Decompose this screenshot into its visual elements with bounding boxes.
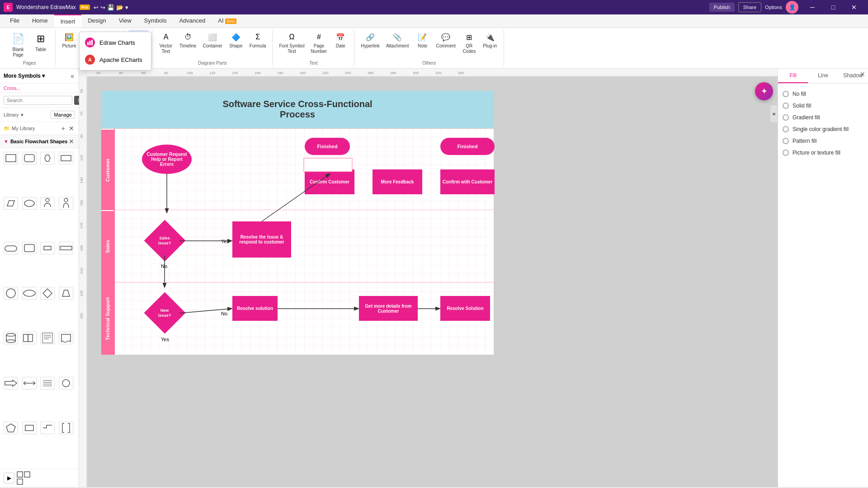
shape-cylinder[interactable] — [4, 332, 18, 344]
shape-process[interactable] — [22, 332, 37, 344]
shape-arrow-right[interactable] — [4, 377, 18, 389]
formula-button[interactable]: Σ Formula — [247, 30, 269, 51]
add-library-button[interactable]: + — [61, 124, 66, 133]
user-avatar[interactable]: 👤 — [786, 1, 798, 14]
shape-trapezoid[interactable] — [59, 287, 73, 300]
shape-hexagon[interactable] — [40, 152, 55, 164]
picture-texture-radio[interactable] — [783, 150, 789, 156]
hyperlink-button[interactable]: 🔗 Hyperlink — [358, 30, 382, 51]
pattern-fill-radio[interactable] — [783, 138, 789, 144]
font-symbol-button[interactable]: Ω Font SymbolText — [276, 30, 307, 56]
confirm-with-customer-shape[interactable]: Confirm with Customer — [440, 169, 495, 194]
gradient-fill-radio[interactable] — [783, 114, 789, 121]
close-section-button[interactable]: ✕ — [68, 137, 75, 146]
manage-button[interactable]: Manage — [51, 111, 75, 119]
new-issue-diamond[interactable]: Newissue? — [144, 292, 186, 334]
plug-in-button[interactable]: 🔌 Plug-in — [480, 30, 500, 51]
redo-button[interactable]: ↪ — [100, 4, 105, 11]
my-library-item[interactable]: 📁 My Library + ✕ — [0, 122, 79, 135]
solid-fill-radio[interactable] — [783, 103, 789, 109]
shape-person-outline[interactable] — [59, 197, 73, 210]
single-gradient-option[interactable]: Single color gradient fill — [783, 123, 863, 135]
publish-button[interactable]: Publish — [709, 3, 735, 12]
single-gradient-radio[interactable] — [783, 126, 789, 132]
tab-home[interactable]: Home — [26, 14, 54, 28]
shape-arrow-double[interactable] — [22, 377, 37, 389]
picture-button[interactable]: 🖼️ Picture — [59, 30, 79, 51]
finished-2-shape[interactable]: Finished — [440, 138, 495, 155]
close-button[interactable]: ✕ — [844, 0, 864, 14]
shape-wide-rect[interactable] — [59, 242, 73, 254]
date-button[interactable]: 📅 Date — [330, 30, 350, 51]
tab-advanced[interactable]: Advanced — [173, 14, 212, 28]
confirm-customer-shape[interactable]: Confirm Customer — [305, 169, 354, 194]
shape-doc[interactable] — [40, 332, 55, 344]
shape-rect-small[interactable] — [22, 422, 37, 434]
qr-codes-button[interactable]: ⊞ QRCodes — [459, 30, 479, 56]
tab-insert[interactable]: Insert — [54, 14, 82, 28]
shape-wavy[interactable] — [59, 332, 73, 344]
ai-floating-button[interactable]: ✦ — [755, 82, 773, 100]
container-button[interactable]: ⬜ Container — [200, 30, 225, 51]
tab-symbols[interactable]: Symbols — [138, 14, 173, 28]
shape-bracket[interactable] — [59, 422, 73, 434]
no-fill-option[interactable]: No fill — [783, 88, 863, 100]
blank-page-button[interactable]: 📄 BlankPage — [7, 30, 29, 60]
shape-circle-small[interactable] — [59, 377, 73, 389]
resolve-solution-2-shape[interactable]: Resolve Solution — [440, 296, 490, 321]
resolve-issue-shape[interactable]: Resolve the Issue & respond to customer — [232, 221, 291, 258]
note-button[interactable]: 📝 Note — [412, 30, 432, 51]
sales-issue-diamond[interactable]: Salesissue? — [144, 220, 186, 262]
table-button[interactable]: ⊞ Table — [30, 30, 52, 54]
get-more-details-shape[interactable]: Get more details from Customer — [359, 296, 418, 321]
resolve-solution-shape[interactable]: Resolve solution — [232, 296, 278, 321]
tab-file[interactable]: File — [4, 14, 26, 28]
edraw-charts-item[interactable]: Edraw Charts — [80, 34, 151, 51]
shape-flow-line[interactable] — [40, 422, 55, 434]
pattern-fill-option[interactable]: Pattern fill — [783, 135, 863, 147]
save-button[interactable]: 💾 — [107, 4, 114, 11]
shape-diamond-s[interactable] — [40, 287, 55, 300]
timeline-button[interactable]: ⏱ Timeline — [177, 30, 199, 51]
shape-lines[interactable] — [40, 377, 55, 389]
options-button[interactable]: Options — [765, 5, 782, 10]
shape-parallelogram[interactable] — [4, 197, 18, 210]
shape-rectangle[interactable] — [4, 152, 18, 164]
shape-oval-h[interactable] — [22, 197, 37, 210]
open-button[interactable]: 📂 — [116, 4, 123, 11]
expand-left-icon[interactable]: ▶ — [4, 473, 14, 483]
collapse-right-button[interactable]: » — [770, 105, 778, 123]
fill-tab[interactable]: Fill — [778, 69, 808, 83]
customer-request-shape[interactable]: Customer Request Help or Report Errors — [142, 145, 192, 174]
shape-ellipse[interactable] — [22, 287, 37, 300]
attachment-button[interactable]: 📎 Attachment — [383, 30, 412, 51]
page-number-button[interactable]: # PageNumber — [308, 30, 330, 56]
gradient-fill-option[interactable]: Gradient fill — [783, 112, 863, 123]
comment-button[interactable]: 💬 Comment — [433, 30, 458, 51]
maximize-button[interactable]: □ — [823, 0, 844, 14]
cross-link[interactable]: Cross... — [4, 85, 21, 91]
more-button[interactable]: ▾ — [125, 4, 128, 11]
vector-text-button[interactable]: A VectorText — [156, 30, 176, 56]
shape-button[interactable]: 🔷 Shape — [226, 30, 246, 51]
canvas-scroll[interactable]: Software Service Cross-FunctionalProcess… — [87, 77, 778, 487]
finished-1-shape[interactable]: Finished — [305, 138, 350, 155]
apache-echarts-item[interactable]: A Apache ECharts — [80, 51, 151, 68]
tab-ai[interactable]: AI Beta — [212, 14, 242, 28]
picture-texture-option[interactable]: Picture or texture fill — [783, 147, 863, 159]
tab-design[interactable]: Design — [81, 14, 112, 28]
shape-circle[interactable] — [4, 287, 18, 300]
shape-rounded-rect[interactable] — [22, 152, 37, 164]
collapse-left-button[interactable]: « — [70, 71, 75, 80]
minimize-button[interactable]: ─ — [802, 0, 823, 14]
shape-person[interactable] — [40, 197, 55, 210]
close-library-button[interactable]: ✕ — [68, 124, 75, 133]
shape-pentagon[interactable] — [4, 422, 18, 434]
no-fill-radio[interactable] — [783, 91, 789, 97]
share-button[interactable]: Share — [738, 2, 761, 12]
search-input[interactable] — [4, 96, 72, 105]
solid-fill-option[interactable]: Solid fill — [783, 100, 863, 112]
shape-badge[interactable] — [4, 242, 18, 254]
close-right-panel-button[interactable]: ✕ — [860, 70, 865, 78]
more-feedback-shape[interactable]: More Feedback — [373, 169, 422, 194]
